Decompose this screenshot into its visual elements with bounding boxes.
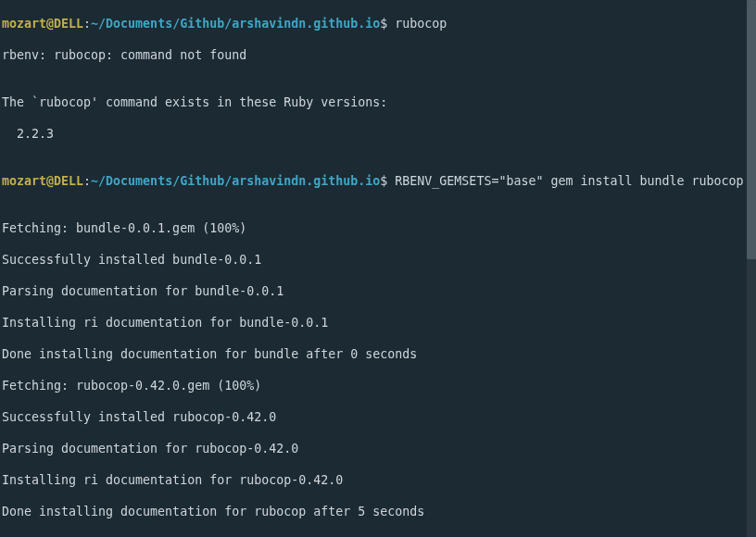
command-text: RBENV_GEMSETS="base" gem install bundle …: [387, 174, 743, 188]
prompt-line: mozart@DELL:~/Documents/Github/arshavind…: [2, 173, 745, 189]
output-line: Successfully installed rubocop-0.42.0: [2, 409, 745, 425]
user-host: mozart@DELL: [2, 17, 83, 31]
colon: :: [83, 17, 91, 31]
output-line: Done installing documentation for ruboco…: [2, 504, 745, 519]
cwd-path: ~/Documents/Github/arshavindn.github.io: [91, 17, 380, 31]
prompt-line: mozart@DELL:~/Documents/Github/arshavind…: [2, 16, 745, 31]
output-line: 2.2.3: [2, 126, 745, 142]
output-line: Fetching: rubocop-0.42.0.gem (100%): [2, 378, 745, 393]
output-line: The `rubocop' command exists in these Ru…: [2, 94, 745, 110]
scrollbar-thumb[interactable]: [747, 0, 756, 259]
scrollbar-track[interactable]: [747, 0, 756, 537]
colon: :: [83, 174, 91, 188]
output-line: Parsing documentation for bundle-0.0.1: [2, 283, 745, 299]
output-line: Installing ri documentation for bundle-0…: [2, 315, 745, 331]
output-line: Successfully installed bundle-0.0.1: [2, 252, 745, 268]
command-text: rubocop: [387, 17, 447, 31]
output-line: Done installing documentation for bundle…: [2, 346, 745, 362]
terminal-window[interactable]: mozart@DELL:~/Documents/Github/arshavind…: [0, 0, 747, 537]
user-host: mozart@DELL: [2, 174, 83, 188]
output-line: rbenv: rubocop: command not found: [2, 47, 745, 63]
cwd-path: ~/Documents/Github/arshavindn.github.io: [91, 174, 380, 188]
output-line: Installing ri documentation for rubocop-…: [2, 472, 745, 488]
output-line: Parsing documentation for rubocop-0.42.0: [2, 441, 745, 456]
output-line: Fetching: bundle-0.0.1.gem (100%): [2, 220, 745, 236]
